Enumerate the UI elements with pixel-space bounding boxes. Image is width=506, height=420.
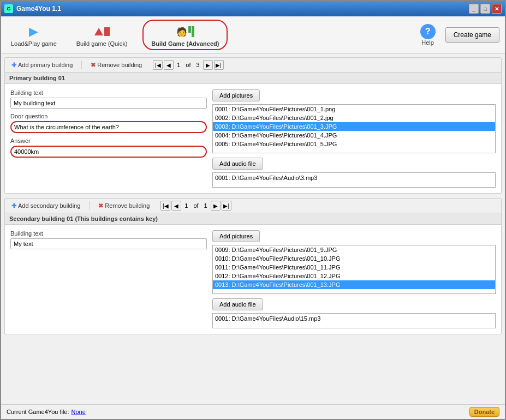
build-advanced-label: Build Game (Advanced) [151,40,219,47]
bar-icon [188,26,194,37]
secondary-building-section: ✚ Add secondary building ✖ Remove buildi… [4,198,502,334]
current-file-link[interactable]: None [72,409,86,415]
window-title: Game4You 1.1 [16,5,61,13]
secondary-audio-list: 0001: D:\Game4YouFiles\Audio\15.mp3 [212,313,496,328]
secondary-section-right: Add pictures 0009: D:\Game4YouFiles\Pict… [212,230,496,328]
primary-page-current: 1 [175,62,182,68]
secondary-page-of: of [191,202,200,209]
building-text-label: Building text [10,89,207,96]
sec-building-text-label: Building text [10,230,207,237]
nav-last-button[interactable]: ▶| [214,60,224,70]
secondary-section-body: Building text Add pictures 0009: D:\Game… [5,225,501,334]
sec-nav-prev-button[interactable]: ◀ [171,201,181,211]
add-primary-label: Add primary building [18,62,73,68]
build-quick-button[interactable]: Build game (Quick) [72,21,132,49]
secondary-page-current: 1 [182,202,190,209]
help-label: Help [421,39,434,46]
list-item[interactable]: 0013: D:\Game4YouFiles\Pictures\001_13.J… [213,280,495,289]
add-secondary-button[interactable]: ✚ Add secondary building [9,201,82,211]
add-pictures-button[interactable]: Add pictures [212,89,260,101]
toolbar-right: ? Help Create game [416,22,499,48]
sec-building-text-input[interactable] [10,238,207,249]
load-play-icon: ▶ [25,23,43,40]
list-item[interactable]: 0003: D:\Game4YouFiles\Pictures\001_3.JP… [213,122,495,131]
remove-primary-button[interactable]: ✖ Remove building [88,61,144,70]
load-play-label: Load&Play game [11,40,57,47]
load-play-button[interactable]: ▶ Load&Play game [7,21,61,49]
primary-pictures-list[interactable]: 0001: D:\Game4YouFiles\Pictures\001_1.pn… [212,104,496,153]
bar2 [192,26,194,37]
list-item[interactable]: 0010: D:\Game4YouFiles\Pictures\001_10.J… [213,254,495,263]
maximize-button[interactable]: □ [480,4,490,14]
add-audio-button[interactable]: Add audio file [212,158,263,170]
remove-primary-label: Remove building [97,62,142,68]
x-icon-2: ✖ [98,202,103,209]
toolbar: ▶ Load&Play game Build game (Quick) [1,16,505,54]
nav-next-button[interactable]: ▶ [203,60,213,70]
nav-first-button[interactable]: |◀ [153,60,163,70]
minimize-button[interactable]: _ [469,4,479,14]
audio-section: Add audio file 0001: D:\Game4YouFiles\Au… [212,158,496,188]
triangle-icon [94,28,103,35]
primary-page-of: of [183,62,193,68]
main-window: G Game4You 1.1 _ □ ✕ ▶ Load&Play game [0,0,506,420]
person-icon: 🧑 [176,27,187,37]
secondary-audio-item: 0001: D:\Game4YouFiles\Audio\15.mp3 [215,315,320,322]
secondary-section-header: Secondary building 01 (This buildings co… [5,213,501,225]
primary-section-left: Building text Door question Answer [10,89,207,188]
play-icon: ▶ [29,25,38,39]
build-quick-icon-shape [94,27,110,36]
remove-secondary-button[interactable]: ✖ Remove building [96,201,152,211]
answer-input[interactable] [10,146,207,158]
status-left: Current Game4You file: None [7,409,86,415]
list-item[interactable]: 0012: D:\Game4YouFiles\Pictures\001_12.J… [213,272,495,280]
title-bar-controls: _ □ ✕ [469,4,502,14]
sec-add-audio-button[interactable]: Add audio file [212,298,263,310]
help-button[interactable]: ? Help [416,22,440,48]
title-bar: G Game4You 1.1 _ □ ✕ [1,1,505,16]
build-quick-label: Build game (Quick) [76,40,128,47]
list-item[interactable]: 0011: D:\Game4YouFiles\Pictures\001_11.J… [213,263,495,272]
status-bar: Current Game4You file: None Donate [1,404,505,419]
primary-audio-item: 0001: D:\Game4YouFiles\Audio\3.mp3 [215,175,317,181]
rect-icon [104,27,110,36]
nav-prev-button[interactable]: ◀ [164,60,174,70]
primary-section-header: Primary building 01 [5,73,501,84]
build-advanced-icon: 🧑 [176,23,194,40]
close-button[interactable]: ✕ [492,4,502,14]
secondary-section-toolbar: ✚ Add secondary building ✖ Remove buildi… [5,199,501,213]
building-text-input[interactable] [10,98,207,109]
primary-page-total: 3 [194,62,202,68]
list-item[interactable]: 0005: D:\Game4YouFiles\Pictures\001_5.JP… [213,140,495,148]
secondary-nav-controls: |◀ ◀ 1 of 1 ▶ ▶| [160,201,231,211]
sec-add-pictures-button[interactable]: Add pictures [212,230,260,242]
plus-icon-2: ✚ [11,202,16,209]
x-icon: ✖ [91,62,96,69]
remove-secondary-label: Remove building [105,202,150,209]
list-item[interactable]: 0002: D:\Game4YouFiles\Pictures\001_2.jp… [213,113,495,122]
sec-nav-first-button[interactable]: |◀ [160,201,170,211]
help-icon: ? [420,24,436,39]
primary-section-body: Building text Door question Answer Add p… [5,84,501,193]
donate-button[interactable]: Donate [469,407,499,417]
create-game-button[interactable]: Create game [445,27,499,43]
secondary-pictures-list[interactable]: 0009: D:\Game4YouFiles\Pictures\001_9.JP… [212,245,496,294]
list-item[interactable]: 0009: D:\Game4YouFiles\Pictures\001_9.JP… [213,245,495,254]
sec-nav-next-button[interactable]: ▶ [211,201,221,211]
primary-nav-controls: |◀ ◀ 1 of 3 ▶ ▶| [153,60,223,70]
secondary-page-total: 1 [202,202,210,209]
primary-section-toolbar: ✚ Add primary building ✖ Remove building… [5,58,501,73]
title-bar-left: G Game4You 1.1 [4,4,61,13]
list-item[interactable]: 0004: D:\Game4YouFiles\Pictures\001_4.JP… [213,131,495,140]
secondary-section-left: Building text [10,230,207,328]
sec-nav-last-button[interactable]: ▶| [222,201,231,211]
list-item[interactable]: 0001: D:\Game4YouFiles\Pictures\001_1.pn… [213,105,495,113]
door-question-input[interactable] [10,121,207,133]
build-advanced-button[interactable]: 🧑 Build Game (Advanced) [142,20,228,50]
toolbar-buttons: ▶ Load&Play game Build game (Quick) [7,20,228,50]
sec-audio-section: Add audio file 0001: D:\Game4YouFiles\Au… [212,298,496,328]
primary-audio-list: 0001: D:\Game4YouFiles\Audio\3.mp3 [212,172,496,188]
answer-label: Answer [10,137,207,144]
primary-section-right: Add pictures 0001: D:\Game4YouFiles\Pict… [212,89,496,188]
add-primary-button[interactable]: ✚ Add primary building [9,61,75,70]
